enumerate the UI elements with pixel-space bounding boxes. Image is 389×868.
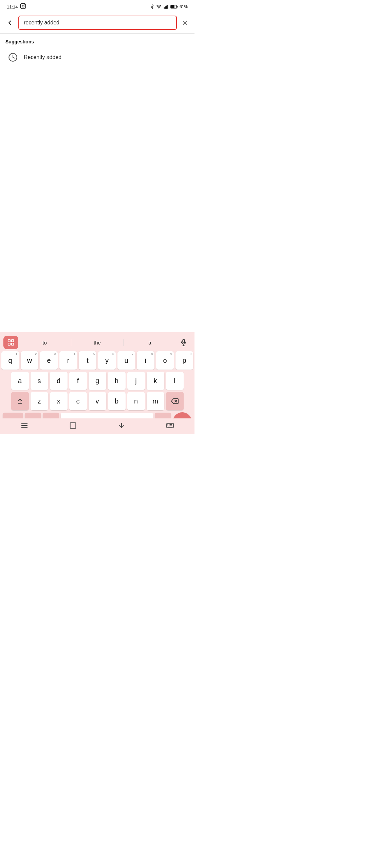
suggestion-text: Recently added	[24, 54, 61, 60]
key-r[interactable]: r4	[59, 351, 77, 370]
key-x[interactable]: x	[50, 392, 68, 410]
key-j[interactable]: j	[127, 372, 145, 390]
key-p[interactable]: p0	[175, 351, 193, 370]
key-k[interactable]: k	[147, 372, 164, 390]
key-v[interactable]: v	[89, 392, 106, 410]
key-w[interactable]: w2	[21, 351, 38, 370]
backspace-key[interactable]	[166, 392, 184, 410]
status-bar: 11:14	[0, 0, 194, 12]
status-time: 11:14	[7, 4, 18, 9]
search-bar-container	[0, 12, 194, 34]
svg-rect-18	[183, 339, 185, 343]
shift-key[interactable]	[11, 392, 29, 410]
svg-rect-7	[167, 5, 168, 9]
nav-bar	[0, 418, 194, 434]
svg-rect-29	[70, 423, 76, 429]
key-d[interactable]: d	[50, 372, 68, 390]
key-f[interactable]: f	[69, 372, 87, 390]
key-g[interactable]: g	[89, 372, 106, 390]
svg-rect-17	[12, 343, 14, 345]
svg-rect-5	[165, 6, 166, 9]
nav-menu[interactable]	[21, 422, 28, 431]
svg-point-1	[22, 5, 24, 7]
key-t[interactable]: t5	[79, 351, 96, 370]
svg-rect-15	[12, 340, 14, 342]
suggestion-word-3[interactable]: a	[124, 337, 176, 348]
key-u[interactable]: u7	[117, 351, 135, 370]
key-y[interactable]: y6	[98, 351, 116, 370]
key-m[interactable]: m	[147, 392, 164, 410]
suggestions-section: Suggestions Recently added	[0, 34, 194, 68]
bluetooth-icon	[150, 4, 154, 9]
key-a[interactable]: a	[11, 372, 29, 390]
keyboard-row-2: a s d f g h j k l	[1, 372, 193, 390]
key-l[interactable]: l	[166, 372, 184, 390]
clock-icon	[8, 53, 18, 62]
key-o[interactable]: o9	[156, 351, 174, 370]
key-e[interactable]: e3	[40, 351, 58, 370]
microphone-button[interactable]	[176, 336, 191, 349]
instagram-icon	[20, 3, 26, 11]
svg-rect-16	[8, 343, 10, 345]
svg-rect-10	[171, 5, 174, 8]
nav-back[interactable]	[118, 422, 125, 431]
content-area	[0, 68, 194, 231]
battery-icon	[170, 4, 178, 9]
keyboard: to the a q1 w2 e3 r4 t5 y6 u7 i8 o9 p0 a…	[0, 332, 194, 434]
svg-rect-14	[8, 340, 10, 342]
nav-home[interactable]	[69, 422, 77, 431]
battery-percentage: 61%	[180, 4, 188, 9]
svg-rect-9	[177, 6, 178, 8]
keyboard-row-1: q1 w2 e3 r4 t5 y6 u7 i8 o9 p0	[1, 351, 193, 370]
suggestion-item[interactable]: Recently added	[5, 49, 189, 65]
key-n[interactable]: n	[127, 392, 145, 410]
signal-icon	[163, 4, 169, 9]
key-b[interactable]: b	[108, 392, 126, 410]
key-q[interactable]: q1	[1, 351, 19, 370]
search-input[interactable]	[18, 16, 177, 30]
suggestion-word-2[interactable]: the	[71, 337, 124, 348]
key-h[interactable]: h	[108, 372, 126, 390]
svg-line-30	[122, 426, 124, 428]
keyboard-suggestion-row: to the a	[1, 334, 193, 351]
suggestions-title: Suggestions	[5, 39, 189, 44]
svg-rect-6	[166, 6, 167, 9]
svg-rect-0	[20, 4, 25, 9]
suggestion-word-1[interactable]: to	[18, 337, 71, 348]
key-z[interactable]: z	[31, 392, 48, 410]
key-s[interactable]: s	[31, 372, 48, 390]
back-button[interactable]	[5, 18, 15, 28]
clear-button[interactable]	[180, 18, 190, 27]
key-c[interactable]: c	[69, 392, 87, 410]
keyboard-row-3: z x c v b n m	[1, 392, 193, 410]
svg-rect-4	[164, 7, 165, 9]
status-icons: 61%	[150, 4, 188, 9]
nav-keyboard[interactable]	[166, 423, 174, 430]
svg-point-2	[24, 4, 25, 5]
svg-point-3	[159, 8, 159, 8]
wifi-icon	[156, 4, 162, 9]
keyboard-emoji-toggle[interactable]	[3, 336, 18, 349]
key-i[interactable]: i8	[137, 351, 154, 370]
